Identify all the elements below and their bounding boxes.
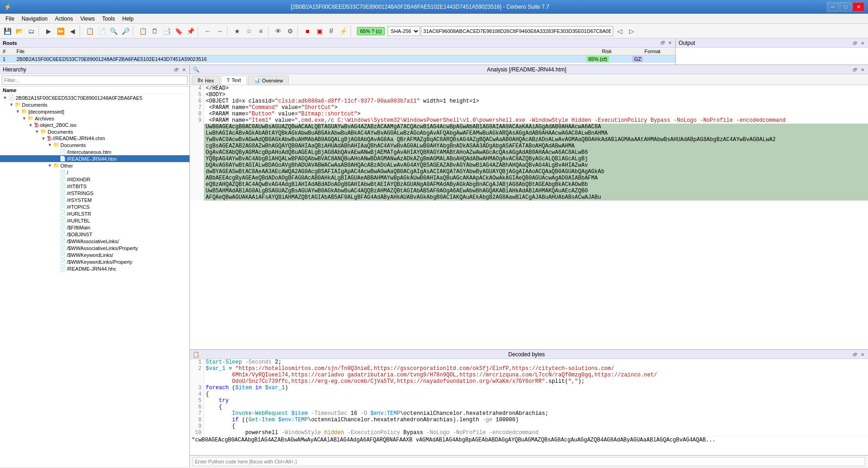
- toolbar-red2[interactable]: ▣: [314, 26, 325, 37]
- analysis-restore[interactable]: 🗗: [852, 67, 858, 72]
- menu-file[interactable]: File: [2, 15, 18, 23]
- roots-close[interactable]: ✕: [667, 40, 673, 45]
- menu-views[interactable]: Views: [76, 15, 98, 23]
- code-row-b4: cgBsAGEAZAB2AG8AZwBhAGQAYQB0AHIAaQBiAHUA…: [190, 143, 868, 149]
- roots-restore[interactable]: 🗗: [660, 40, 666, 45]
- tree-item-intercutaneous[interactable]: ▶ 📄 /Intercutaneous.htm: [0, 148, 189, 155]
- toolbar-back-nav[interactable]: ←: [202, 26, 213, 37]
- tree-item-strings[interactable]: ▶ 📄 /#STRINGS: [0, 190, 189, 196]
- python-input[interactable]: [193, 457, 865, 466]
- toolbar-fwd-nav[interactable]: →: [214, 26, 225, 37]
- menu-actions[interactable]: Actions: [51, 15, 76, 23]
- output-restore[interactable]: 🗗: [852, 41, 858, 46]
- tree-item-filfimain[interactable]: ▶ 📄 /$FIftiMain: [0, 224, 189, 231]
- analysis-close[interactable]: ✕: [860, 67, 865, 72]
- lower-area: Hierarchy 🗗 ✕ Name ▼ 📄 2B0B2A15F00C6EED5…: [0, 65, 868, 467]
- toolbar-bookmark[interactable]: ★: [232, 26, 243, 37]
- tree-item-wwkeywordlinks[interactable]: ▶ 📄 /$WWKeywordLinks/: [0, 251, 189, 258]
- tree-item-slash[interactable]: ▶ 📄 /: [0, 169, 189, 176]
- line-num: 9: [190, 423, 204, 430]
- toolbar-open[interactable]: 📂: [14, 26, 25, 37]
- tree-toggle[interactable]: ▼: [15, 109, 21, 114]
- filter-input[interactable]: [2, 76, 188, 85]
- tree-item-topics[interactable]: ▶ 📄 /#TOPICS: [0, 203, 189, 210]
- tree-toggle[interactable]: ▼: [8, 102, 15, 107]
- hierarchy-restore[interactable]: 🗗: [173, 67, 180, 72]
- toolbar-btn4[interactable]: 📄: [96, 26, 107, 37]
- toolbar-eye[interactable]: 👁: [273, 26, 284, 37]
- tree-toggle[interactable]: ▼: [21, 116, 27, 121]
- tree-item-wwassoclinksprop[interactable]: ▶ 📄 /$WWAssociativeLinks/Property: [0, 245, 189, 251]
- toolbar-save[interactable]: 💾: [2, 26, 13, 37]
- tree-item-wwkeywordlinksprop[interactable]: ▶ 📄 /$WWKeywordLinks/Property: [0, 258, 189, 265]
- toolbar-hash[interactable]: #: [326, 26, 337, 37]
- toolbar-btn8[interactable]: 🗒: [149, 26, 160, 37]
- toolbar-fav[interactable]: ☆: [243, 26, 254, 37]
- tree-toggle[interactable]: ▼: [2, 95, 8, 100]
- decoded-close[interactable]: ✕: [860, 352, 865, 357]
- tree-toggle[interactable]: ▼: [34, 129, 40, 134]
- tree-item-chm[interactable]: ▼ 🗜 //README-JRN44.chm: [0, 135, 189, 141]
- algo-select[interactable]: SHA-256: [388, 26, 420, 36]
- toolbar-filter[interactable]: ⚙: [285, 26, 296, 37]
- tree-item-readmehhc[interactable]: ▶ 📄 /README-JRN44.hhc: [0, 265, 189, 272]
- tree-item-wwassoclinks[interactable]: ▶ 📄 /$WWAssociativeLinks/: [0, 238, 189, 245]
- toolbar-c[interactable]: ⚡: [338, 26, 349, 37]
- tree-item-archives[interactable]: ▼ 📁 Archives: [0, 115, 189, 122]
- decoded-panel: 📋 Decoded bytes 🗗 ✕ 1 Start-Sleep -Secon…: [190, 350, 868, 455]
- toolbar-list[interactable]: ≡: [255, 26, 266, 37]
- tree-item-itbits[interactable]: ▶ 📄 /#ITBITS: [0, 183, 189, 190]
- toolbar-btn7[interactable]: 📋: [137, 26, 148, 37]
- file-icon: 📄: [8, 95, 15, 101]
- tree-item-documents1[interactable]: ▼ 📁 Documents: [0, 101, 189, 108]
- toolbar-hash-action[interactable]: ▷: [626, 26, 637, 37]
- tree-item-urlstr[interactable]: ▶ 📄 /#URLSTR: [0, 210, 189, 217]
- toolbar-open2[interactable]: 🗂: [26, 26, 37, 37]
- risk-badge[interactable]: 65% ? (c): [357, 27, 385, 35]
- tab-hex[interactable]: 0x Hex: [192, 76, 220, 85]
- table-row[interactable]: 1 2B0B2A15F00C6EED533C70E89001248A0F2BA6…: [0, 55, 675, 63]
- tree-item-readme[interactable]: ▶ 📄 /README-JRN44.htm: [0, 155, 189, 162]
- tab-text[interactable]: T Text: [221, 76, 247, 85]
- menu-help[interactable]: Help: [119, 15, 137, 23]
- file-icon: 📄: [59, 252, 66, 258]
- toolbar-red[interactable]: ■: [302, 26, 313, 37]
- hash-input[interactable]: [421, 26, 613, 36]
- tree-item-decompressed[interactable]: ▼ 📁 [decompressed]: [0, 108, 189, 115]
- tree-toggle[interactable]: ▼: [47, 142, 53, 147]
- menu-navigation[interactable]: Navigation: [18, 15, 51, 23]
- toolbar-back[interactable]: ◀: [67, 26, 78, 37]
- toolbar-copy-hash[interactable]: ◁: [614, 26, 625, 37]
- menu-tools[interactable]: Tools: [98, 15, 119, 23]
- maximize-button[interactable]: □: [840, 2, 852, 11]
- decoded-content[interactable]: 1 Start-Sleep -Seconds 2; 2 $var_1 = "ht…: [190, 359, 868, 455]
- toolbar-step[interactable]: ⏩: [55, 26, 66, 37]
- decoded-restore[interactable]: 🗗: [852, 352, 858, 357]
- tree-item-urltbl[interactable]: ▶ 📄 /#URLTBL: [0, 217, 189, 224]
- tree-item-objinst[interactable]: ▶ 📄 /$OBJINST: [0, 231, 189, 238]
- toolbar-btn6[interactable]: 🔎: [120, 26, 131, 37]
- toolbar-btn9[interactable]: 📑: [161, 26, 172, 37]
- tree-toggle[interactable]: ▼: [40, 136, 47, 141]
- toolbar-btn5[interactable]: 🔍: [108, 26, 119, 37]
- tree-toggle[interactable]: ▼: [47, 163, 53, 168]
- tree-item-other[interactable]: ▼ 📁 Other: [0, 162, 189, 169]
- tree-item-idxhdr[interactable]: ▶ 📄 /#IDXHDR: [0, 176, 189, 183]
- tree-item-iso[interactable]: ▼ 🗜 object_2B0C.iso: [0, 122, 189, 128]
- tree-toggle[interactable]: ▼: [27, 123, 34, 128]
- minimize-button[interactable]: ─: [827, 2, 839, 11]
- tree-item-documents2[interactable]: ▼ 📁 Documents: [0, 128, 189, 135]
- tree-item-documents3[interactable]: ▼ 📁 Documents: [0, 141, 189, 148]
- tree-item-system[interactable]: ▶ 📄 /#SYSTEM: [0, 196, 189, 203]
- analysis-content[interactable]: 4 </HEAD> 5 <BODY> 6 <OBJECT id=x classi…: [190, 85, 868, 349]
- output-close[interactable]: ✕: [860, 41, 865, 46]
- toolbar-btn11[interactable]: 📌: [185, 26, 196, 37]
- close-button[interactable]: ✕: [852, 2, 864, 11]
- toolbar-run[interactable]: ▶: [43, 26, 54, 37]
- toolbar-btn3[interactable]: 📋: [84, 26, 95, 37]
- tab-overview[interactable]: 📊 Overview: [248, 76, 289, 85]
- hierarchy-close[interactable]: ✕: [181, 67, 187, 72]
- tree-item-root[interactable]: ▼ 📄 2B0B2A15F00C6EED533C70E89001248A0F2B…: [0, 94, 189, 101]
- toolbar-btn10[interactable]: 🔖: [173, 26, 184, 37]
- file-icon: 📄: [59, 211, 66, 217]
